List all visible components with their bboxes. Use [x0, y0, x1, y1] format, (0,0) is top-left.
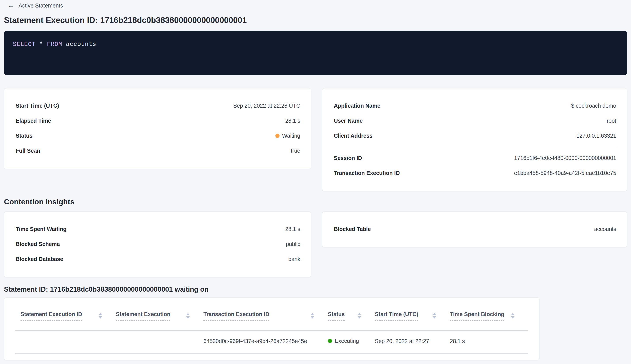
column-label[interactable]: Time Spent Blocking — [450, 311, 504, 320]
column-header-statement-execution: Statement Execution — [116, 298, 204, 330]
column-label[interactable]: Statement Execution — [116, 311, 170, 320]
execution-details-card: Start Time (UTC) Sep 20, 2022 at 22:28 U… — [4, 88, 311, 169]
kv-row-session-id: Session ID 1716b1f6-4e0c-f480-0000-00000… — [334, 150, 616, 166]
kv-row-status: Status Waiting — [16, 128, 300, 143]
kv-label: Time Spent Waiting — [16, 225, 67, 233]
status-badge: Waiting — [275, 132, 300, 140]
kv-label: User Name — [334, 117, 363, 125]
sort-icon[interactable] — [186, 313, 190, 318]
column-label[interactable]: Status — [328, 311, 344, 320]
sql-statement-box: SELECT * FROM accounts — [4, 31, 627, 75]
kv-label: Blocked Schema — [16, 240, 60, 248]
session-id-link[interactable]: 1716b1f6-4e0c-f480-0000-000000000001 — [514, 154, 616, 162]
back-arrow-icon: ← — [8, 2, 14, 9]
sort-icon[interactable] — [358, 313, 361, 318]
column-header-transaction-execution-id: Transaction Execution ID — [204, 298, 328, 330]
column-label[interactable]: Start Time (UTC) — [375, 311, 418, 320]
sql-statement: SELECT * FROM accounts — [13, 40, 618, 48]
kv-value: Sep 20, 2022 at 22:28 UTC — [233, 102, 300, 110]
kv-row-full-scan: Full Scan true — [16, 143, 300, 158]
kv-value: public — [286, 240, 300, 248]
table-header-row: Statement Execution ID Statement Executi… — [15, 298, 528, 330]
kv-value: bank — [288, 255, 300, 263]
kv-label: Transaction Execution ID — [334, 169, 400, 177]
sort-icon[interactable] — [98, 313, 102, 318]
sql-keyword-from: FROM — [47, 41, 62, 48]
statement-execution-page: ← Active Statements Statement Execution … — [0, 0, 631, 360]
sort-icon[interactable] — [433, 313, 436, 318]
kv-label: Start Time (UTC) — [16, 102, 59, 110]
back-link-label: Active Statements — [18, 2, 63, 9]
kv-value: 127.0.0.1:63321 — [576, 132, 616, 140]
contention-section: Time Spent Waiting 28.1 s Blocked Schema… — [4, 212, 627, 277]
kv-row-blocked-table: Blocked Table accounts — [334, 222, 616, 236]
sql-star: * — [39, 41, 43, 48]
kv-value: 28.1 s — [285, 117, 300, 125]
contention-details-card: Time Spent Waiting 28.1 s Blocked Schema… — [4, 212, 311, 277]
status-badge: Executing — [328, 338, 359, 344]
kv-row-time-spent-waiting: Time Spent Waiting 28.1 s — [16, 222, 300, 236]
kv-label: Client Address — [334, 132, 373, 140]
waiting-on-heading: Statement ID: 1716b218dc0b38380000000000… — [4, 285, 627, 294]
column-label[interactable]: Statement Execution ID — [20, 311, 82, 320]
column-header-start-time: Start Time (UTC) — [375, 298, 450, 330]
waiting-statements-table-card: Statement Execution ID Statement Executi… — [4, 298, 540, 360]
transaction-execution-id-link[interactable]: e1bba458-5948-40a9-a42f-5feac1b10e75 — [514, 169, 616, 177]
kv-label: Session ID — [334, 154, 362, 162]
kv-label: Elapsed Time — [16, 117, 51, 125]
kv-row-blocked-database: Blocked Database bank — [16, 252, 300, 266]
contention-insights-heading: Contention Insights — [4, 197, 627, 206]
sort-icon[interactable] — [311, 313, 314, 318]
overview-section: Start Time (UTC) Sep 20, 2022 at 22:28 U… — [4, 88, 627, 191]
cell-statement-execution — [116, 330, 204, 354]
kv-row-elapsed-time: Elapsed Time 28.1 s — [16, 113, 300, 128]
cell-start-time: Sep 20, 2022 at 22:27 — [375, 330, 450, 354]
status-text: Executing — [335, 338, 359, 344]
kv-value: true — [291, 147, 300, 155]
card-divider — [334, 147, 616, 147]
column-header-statement-execution-id: Statement Execution ID — [15, 298, 116, 330]
kv-label: Status — [16, 132, 32, 140]
kv-row-user-name: User Name root — [334, 113, 616, 128]
waiting-status-dot-icon — [275, 134, 280, 138]
kv-label: Full Scan — [16, 147, 40, 155]
kv-value: 28.1 s — [285, 225, 300, 233]
kv-row-transaction-execution-id: Transaction Execution ID e1bba458-5948-4… — [334, 166, 616, 180]
kv-row-application-name: Application Name $ cockroach demo — [334, 98, 616, 113]
page-title: Statement Execution ID: 1716b218dc0b3838… — [4, 16, 627, 25]
back-link[interactable]: ← Active Statements — [8, 2, 63, 9]
table-row: 64530d0c-969f-437e-a9b4-26a72245e45e Exe… — [15, 330, 528, 354]
waiting-statements-table: Statement Execution ID Statement Executi… — [15, 298, 528, 354]
executing-status-dot-icon — [328, 339, 332, 343]
kv-label: Application Name — [334, 102, 380, 110]
cell-transaction-execution-id: 64530d0c-969f-437e-a9b4-26a72245e45e — [204, 330, 328, 354]
cell-time-spent-blocking: 28.1 s — [450, 330, 528, 354]
sql-table-name: accounts — [66, 41, 96, 48]
kv-row-blocked-schema: Blocked Schema public — [16, 236, 300, 252]
cell-statement-execution-id — [15, 330, 116, 354]
column-header-status: Status — [328, 298, 375, 330]
kv-label: Blocked Database — [16, 255, 63, 263]
session-details-card: Application Name $ cockroach demo User N… — [322, 88, 627, 191]
kv-row-start-time: Start Time (UTC) Sep 20, 2022 at 22:28 U… — [16, 98, 300, 113]
blocked-table-card: Blocked Table accounts — [322, 212, 627, 247]
column-label[interactable]: Transaction Execution ID — [204, 311, 270, 320]
kv-value: root — [607, 117, 616, 125]
column-header-time-spent-blocking: Time Spent Blocking — [450, 298, 528, 330]
kv-value: $ cockroach demo — [571, 102, 616, 110]
sql-keyword-select: SELECT — [13, 41, 36, 48]
kv-value: accounts — [594, 225, 616, 233]
kv-label: Blocked Table — [334, 225, 371, 233]
kv-row-client-address: Client Address 127.0.0.1:63321 — [334, 128, 616, 143]
status-text: Waiting — [282, 132, 300, 140]
cell-status: Executing — [328, 330, 375, 354]
sort-icon[interactable] — [511, 313, 514, 318]
